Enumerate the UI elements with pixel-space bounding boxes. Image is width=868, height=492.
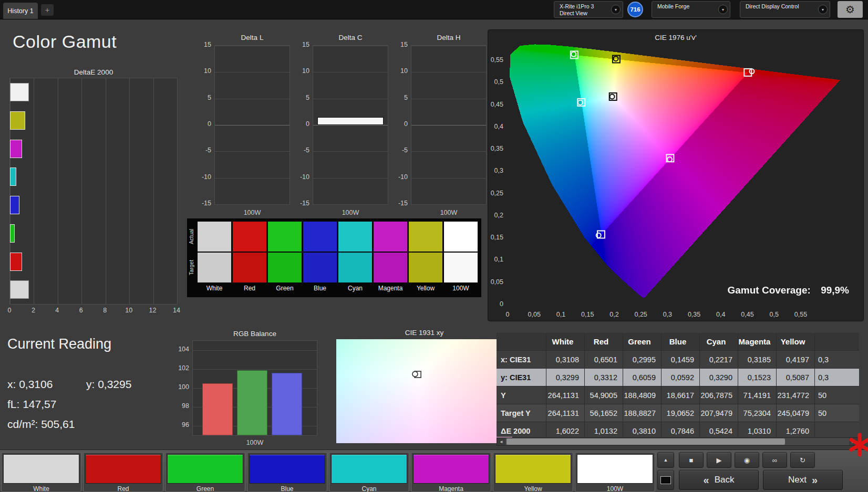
table-row[interactable]: y: CIE310,32990,33120,60590,05920,32900,… [497,369,859,386]
pattern-yellow-button[interactable]: Yellow [493,452,573,492]
delta-c-tick-label: 10 [291,67,309,75]
cell: 0,6501 [585,351,623,369]
cell: 18,6617 [662,386,700,404]
gamut-coverage: Gamut Coverage: 99,9% [646,285,849,296]
table-row[interactable]: Y264,113154,9005188,480918,6617206,78757… [497,386,859,404]
next-button[interactable]: Next » [763,470,843,490]
cie1976-ytick-label: 0,2 [483,212,503,219]
back-chevron-icon: « [704,474,709,486]
play-button[interactable]: ▶ [707,452,731,468]
meter-dropdown[interactable]: X-Rite i1Pro 3 Direct View ▼ [554,1,623,18]
swatch-grid-column-label: Green [268,285,302,292]
cie1976-xtick-label: 0,35 [684,311,705,318]
gridline [177,78,178,304]
cell: 0,3810 [623,422,662,437]
gridline [313,72,388,72]
pattern-green-button[interactable]: Green [165,452,245,492]
meter-count-value: 716 [630,6,640,13]
cie1976-ytick-label: 0,1 [483,256,503,263]
target-swatch-blue [303,253,337,282]
table-horizontal-scrollbar[interactable]: ◄► [497,437,858,446]
delta-l-plot [214,45,290,205]
deltae-bar-yellow [10,111,25,130]
table-row[interactable]: ΔE 20001,60221,01320,38100,78460,54241,0… [497,422,859,437]
delta-c-xlabel: 100W [313,209,388,216]
back-button[interactable]: « Back [679,470,759,490]
delta-h-tick-label: -10 [389,173,408,181]
table-header-row: WhiteRedGreenBlueCyanMagentaYellow [497,333,859,351]
display-control-dropdown[interactable]: Direct Display Control ▼ [740,1,830,18]
expand-button[interactable]: ▲ [657,452,674,468]
pattern-white-button[interactable]: White [1,452,81,492]
pattern-magenta-button[interactable]: Magenta [411,452,491,492]
cie1976-xtick-label: 0,55 [790,311,811,318]
row-label: ΔE 2000 [497,422,546,437]
delta-h-title: Delta H [411,34,487,41]
cell [815,333,859,351]
cell: 0,5087 [777,369,815,386]
gamut-coverage-label: Gamut Coverage: [727,285,810,296]
link-button[interactable]: ∞ [762,452,787,468]
reading-cd: cd/m²: 505,61 [7,418,75,431]
cie1976-xtick-label: 0,25 [631,311,652,318]
pattern-window-button[interactable] [657,470,674,490]
deltae-bar-white [10,83,29,101]
scrollbar-thumb[interactable] [507,438,785,445]
deltae2000-plot [9,78,178,305]
row-label [497,333,546,351]
meter-count-badge[interactable]: 716 [627,2,643,17]
delta-c-tick-label: -10 [291,173,309,181]
pattern-red-button[interactable]: Red [83,452,163,492]
reading-x: x: 0,3106 [7,378,53,391]
pattern-cyan-button[interactable]: Cyan [329,452,409,492]
gridline [215,46,290,46]
read-single-icon: ◉ [744,456,750,464]
source-dropdown[interactable]: Mobile Forge ▼ [652,1,730,18]
read-single-button[interactable]: ◉ [735,452,759,468]
reading-fl: fL: 147,57 [7,398,56,411]
delta-l-tick-label: -10 [192,173,211,181]
cie1976-ytick-label: 0,45 [483,101,503,108]
cell: 264,1131 [546,404,585,422]
delta-h-tick-label: 15 [389,41,408,48]
settings-button[interactable]: ⚙ [838,1,863,18]
actual-swatch-white [198,222,231,252]
cell: 0,3108 [546,351,585,369]
pattern-100w-button[interactable]: 100W [575,452,655,492]
target-swatch-green [268,253,302,282]
measurement-table: WhiteRedGreenBlueCyanMagentaYellowx: CIE… [497,333,859,437]
cell: 50 [815,404,859,422]
target-swatch-100w [444,253,478,282]
next-label: Next [788,475,807,485]
status-asterisk-icon [849,433,868,459]
rgb-bar-green [237,370,267,435]
display-control-label: Direct Display Control [742,2,818,17]
gridline [313,99,388,99]
refresh-button[interactable]: ↻ [790,452,815,468]
delta-h-tick-label: 5 [389,94,408,101]
pattern-blue-button[interactable]: Blue [247,452,327,492]
deltae-bar-magenta [10,140,22,158]
gridline [129,78,130,304]
cell: Yellow [777,333,815,351]
deltae2000-tick-label: 12 [147,307,159,314]
chevron-down-icon: ▼ [611,5,621,14]
swatch-grid-column-label: Yellow [409,285,442,292]
page-title: Color Gamut [13,32,117,52]
target-swatch-cyan [338,253,372,282]
target-swatch-yellow [409,253,442,282]
new-tab-button[interactable]: + [41,4,54,16]
scrollbar-left-arrow[interactable]: ◄ [497,438,505,445]
cell: 0,3 [815,351,859,369]
table-row[interactable]: x: CIE310,31080,65010,29950,14590,22170,… [497,351,859,369]
cell: 56,1652 [585,404,623,422]
gridline [215,151,290,152]
cie1976-ytick-label: 0,4 [483,123,503,130]
stop-button[interactable]: ■ [679,452,704,468]
table-row[interactable]: Target Y264,113156,1652188,882719,065220… [497,404,859,422]
tab-label: History 1 [7,7,33,15]
swatch-grid-row-label: Target [188,253,195,282]
rgb-tick-label: 102 [170,364,189,372]
tab-history-1[interactable]: History 1 [3,3,38,19]
cie1976-xtick-label: 0,1 [550,311,571,318]
